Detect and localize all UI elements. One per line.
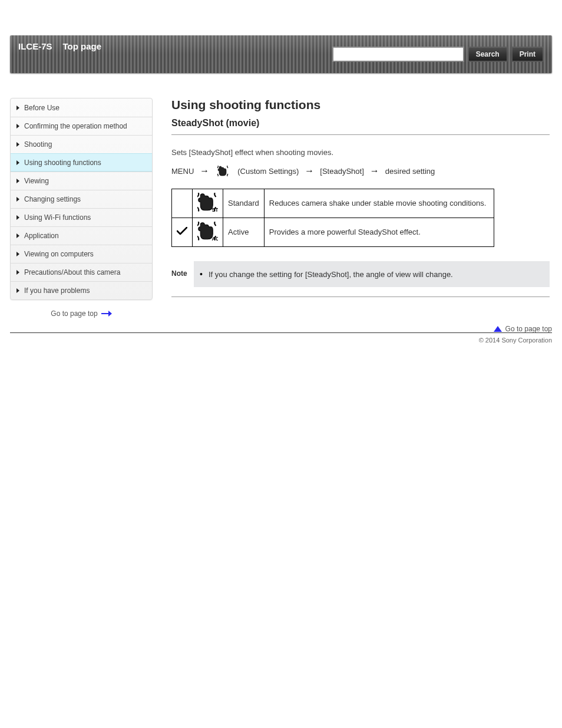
footer: Go to page top © 2014 Sony Corporation (10, 332, 552, 350)
row-check-cell (172, 218, 193, 246)
sidebar-item-label: Precautions/About this camera (24, 268, 120, 276)
search-button[interactable]: Search (468, 47, 508, 62)
sidebar-item[interactable]: Before Use (11, 98, 152, 117)
arrow-icon: → (305, 166, 314, 176)
svg-text:STD: STD (212, 206, 219, 212)
divider (171, 297, 550, 297)
goto-top-sidebar[interactable]: Go to page top (10, 309, 153, 318)
top-bar: ILCE-7S Top page Search Print (10, 35, 552, 73)
sidebar-item[interactable]: Using Wi-Fi functions (11, 208, 152, 226)
sidebar-item[interactable]: Shooting (11, 135, 152, 153)
note-body: If you change the setting for [SteadySho… (194, 261, 550, 287)
sidebar-item-label: Using shooting functions (24, 159, 101, 167)
options-table: STDStandardReduces camera shake under st… (171, 189, 494, 248)
chevron-right-icon (16, 233, 19, 238)
chevron-right-icon (16, 179, 19, 183)
top-bar-right: Search Print (332, 47, 544, 62)
page-title: Using shooting functions (171, 98, 550, 112)
goto-top-footer[interactable]: Go to page top (494, 325, 552, 333)
copyright: © 2014 Sony Corporation (479, 337, 552, 344)
menu-path: MENU → (Custom Settings) → [SteadyShot] … (171, 166, 550, 177)
steadyshot-icon (215, 166, 232, 177)
sidebar-item[interactable]: Precautions/About this camera (11, 263, 152, 281)
sidebar-goto-top-label: Go to page top (51, 309, 97, 318)
chevron-right-icon (16, 215, 19, 220)
product-name: ILCE-7S (18, 41, 52, 51)
menu-step-3: [SteadyShot] (320, 167, 363, 176)
menu-step-1: MENU (171, 167, 194, 176)
steadyshot-act-icon: ACT (197, 234, 218, 243)
menu-step-2: (Custom Settings) (237, 167, 299, 176)
row-mode-label: Standard (223, 189, 265, 218)
sidebar: Before UseConfirming the operation metho… (10, 98, 153, 332)
description: Sets [SteadyShot] effect when shooting m… (171, 147, 550, 159)
note-item: If you change the setting for [SteadySho… (196, 269, 541, 279)
print-button[interactable]: Print (511, 47, 544, 62)
row-mode-desc: Reduces camera shake under stable movie … (264, 189, 494, 218)
sidebar-item[interactable]: Using shooting functions (11, 153, 152, 172)
top-page-link[interactable]: Top page (63, 41, 102, 51)
sidebar-item-label: Application (24, 232, 59, 240)
menu-step-4: desired setting (385, 167, 435, 176)
table-row: STDStandardReduces camera shake under st… (172, 189, 494, 218)
chevron-right-icon (16, 252, 19, 256)
sidebar-item-label: Shooting (24, 140, 52, 149)
sidebar-item[interactable]: Viewing (11, 172, 152, 190)
svg-text:ACT: ACT (212, 235, 219, 241)
sidebar-item-label: Viewing (24, 177, 49, 185)
top-bar-left: ILCE-7S Top page (18, 41, 101, 51)
note-block: Note If you change the setting for [Stea… (171, 261, 550, 287)
table-row: ACTActiveProvides a more powerful Steady… (172, 218, 494, 246)
chevron-right-icon (16, 197, 19, 202)
chevron-right-icon (16, 270, 19, 275)
search-input[interactable] (332, 47, 464, 62)
footer-goto-top-label: Go to page top (505, 325, 552, 333)
arrow-icon: → (370, 166, 379, 176)
steadyshot-std-icon: STD (197, 205, 218, 214)
chevron-right-icon (16, 160, 19, 165)
arrow-icon: → (200, 166, 209, 176)
row-mode-label: Active (223, 218, 265, 246)
chevron-right-icon (16, 142, 19, 147)
chevron-right-icon (16, 106, 19, 110)
sidebar-item[interactable]: Viewing on computers (11, 245, 152, 263)
divider (171, 134, 550, 135)
sidebar-item-label: Changing settings (24, 195, 81, 203)
row-check-cell (172, 189, 193, 218)
main-content: Using shooting functions SteadyShot (mov… (171, 98, 552, 332)
sidebar-nav: Before UseConfirming the operation metho… (10, 98, 153, 300)
page-subtitle: SteadyShot (movie) (171, 118, 550, 129)
sidebar-item[interactable]: Application (11, 226, 152, 245)
check-icon (177, 227, 187, 235)
sidebar-item-label: If you have problems (24, 286, 90, 295)
sidebar-item[interactable]: Changing settings (11, 190, 152, 208)
chevron-right-icon (16, 124, 19, 129)
note-heading: Note (171, 261, 194, 287)
sidebar-item-label: Before Use (24, 104, 59, 112)
sidebar-item-label: Confirming the operation method (24, 122, 127, 130)
chevron-right-icon (16, 288, 19, 293)
sidebar-item-label: Viewing on computers (24, 250, 94, 258)
sidebar-item[interactable]: Confirming the operation method (11, 117, 152, 135)
arrow-right-icon (101, 311, 112, 316)
arrow-up-icon (494, 326, 502, 332)
row-mode-desc: Provides a more powerful SteadyShot effe… (264, 218, 494, 246)
sidebar-item-label: Using Wi-Fi functions (24, 213, 91, 222)
row-mode-icon-cell: STD (193, 189, 223, 218)
row-mode-icon-cell: ACT (193, 218, 223, 246)
sidebar-item[interactable]: If you have problems (11, 281, 152, 299)
